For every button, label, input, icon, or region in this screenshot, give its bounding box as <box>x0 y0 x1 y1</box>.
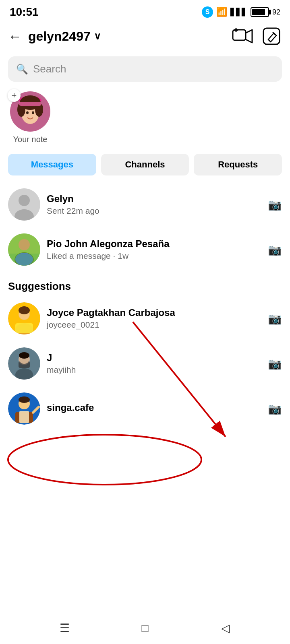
message-name-j: J <box>47 352 261 363</box>
tab-requests[interactable]: Requests <box>194 154 282 175</box>
message-item-gelyn[interactable]: Gelyn Sent 22m ago 📷 <box>0 182 290 227</box>
home-icon: □ <box>142 622 149 635</box>
header-left: ← gelyn2497 ∨ <box>8 29 101 44</box>
suggestion-item-j[interactable]: J mayiihh 📷 <box>0 341 290 386</box>
message-info-j: J mayiihh <box>47 352 261 375</box>
nav-menu-button[interactable]: ☰ <box>52 616 77 640</box>
username-label: gelyn2497 <box>28 29 91 44</box>
suggestion-item-singa[interactable]: singa.cafe 📷 <box>0 386 290 431</box>
menu-icon: ☰ <box>60 621 70 635</box>
svg-rect-29 <box>15 323 33 333</box>
status-time: 10:51 <box>10 6 39 19</box>
battery-fill <box>252 9 265 15</box>
message-info-singa: singa.cafe <box>47 402 261 415</box>
message-name-singa: singa.cafe <box>47 402 261 413</box>
message-item-pio[interactable]: Pio John Alegonza Pesaña Liked a message… <box>0 227 290 272</box>
status-icons: S 📶 ▋▋▋ 92 <box>202 6 280 18</box>
edit-button[interactable] <box>261 26 282 47</box>
add-note-button[interactable]: + <box>8 89 21 102</box>
svg-point-42 <box>19 396 30 403</box>
svg-point-12 <box>26 111 29 114</box>
header-actions <box>232 26 282 47</box>
header: ← gelyn2497 ∨ <box>0 23 290 53</box>
camera-icon-pio[interactable]: 📷 <box>268 243 282 256</box>
chevron-down-icon[interactable]: ∨ <box>94 31 101 42</box>
back-nav-icon: ◁ <box>221 621 230 635</box>
message-preview-pio: Liked a message · 1w <box>47 251 261 261</box>
avatar-joyce <box>8 302 40 334</box>
search-container: 🔍 Search <box>0 53 290 88</box>
message-preview-gelyn: Sent 22m ago <box>47 206 261 216</box>
message-username-j: mayiihh <box>47 365 261 375</box>
avatar-gelyn <box>8 188 40 221</box>
messages-list: Gelyn Sent 22m ago 📷 Pio John Alegonza P… <box>0 182 290 272</box>
your-note-label: Your note <box>13 135 48 144</box>
message-info-joyce: Joyce Pagtakhan Carbajosa joyceee_0021 <box>47 307 261 330</box>
status-bar: 10:51 S 📶 ▋▋▋ 92 <box>0 0 290 23</box>
skype-icon: S <box>202 6 213 18</box>
svg-rect-24 <box>8 254 40 266</box>
svg-point-13 <box>32 111 34 114</box>
camera-icon-j[interactable]: 📷 <box>268 357 282 370</box>
battery-icon <box>251 7 269 17</box>
svg-point-37 <box>19 352 29 359</box>
tabs-container: Messages Channels Requests <box>0 151 290 182</box>
message-name-gelyn: Gelyn <box>47 193 261 204</box>
tab-messages[interactable]: Messages <box>8 154 96 175</box>
svg-point-22 <box>19 239 30 250</box>
avatar-j <box>8 347 40 380</box>
back-button[interactable]: ← <box>8 29 22 44</box>
your-note-item[interactable]: + Your note <box>8 91 52 144</box>
suggestions-section: Suggestions Joyce Pagtakhan Carbajosa jo… <box>0 272 290 431</box>
message-info-gelyn: Gelyn Sent 22m ago <box>47 193 261 216</box>
wifi-icon: 📶 <box>216 7 227 17</box>
battery-text: 92 <box>272 8 280 17</box>
notes-section: + Your note <box>0 88 290 151</box>
search-placeholder: Search <box>33 63 66 75</box>
svg-point-16 <box>19 195 30 206</box>
message-username-joyce: joyceee_0021 <box>47 320 261 330</box>
new-video-button[interactable] <box>232 26 253 47</box>
nav-back-button[interactable]: ◁ <box>213 616 238 640</box>
camera-icon-joyce[interactable]: 📷 <box>268 312 282 325</box>
svg-rect-41 <box>19 411 29 423</box>
message-name-joyce: Joyce Pagtakhan Carbajosa <box>47 307 261 318</box>
header-title: gelyn2497 ∨ <box>28 29 101 44</box>
nav-home-button[interactable]: □ <box>133 616 157 640</box>
nav-bar: ☰ □ ◁ <box>0 612 290 644</box>
search-bar[interactable]: 🔍 Search <box>8 56 282 82</box>
svg-point-31 <box>19 306 30 314</box>
tab-channels[interactable]: Channels <box>101 154 189 175</box>
avatar-pio <box>8 233 40 266</box>
svg-line-4 <box>268 39 271 42</box>
message-name-pio: Pio John Alegonza Pesaña <box>47 238 261 250</box>
suggestion-item-joyce[interactable]: Joyce Pagtakhan Carbajosa joyceee_0021 📷 <box>0 296 290 341</box>
signal-icon: ▋▋▋ <box>230 8 247 17</box>
avatar-singa <box>8 392 40 425</box>
suggestions-header: Suggestions <box>0 272 290 296</box>
search-icon: 🔍 <box>16 64 28 75</box>
camera-icon-singa[interactable]: 📷 <box>268 402 282 415</box>
svg-rect-0 <box>233 30 246 40</box>
camera-icon-gelyn[interactable]: 📷 <box>268 198 282 211</box>
message-info-pio: Pio John Alegonza Pesaña Liked a message… <box>47 238 261 261</box>
svg-rect-14 <box>19 102 41 106</box>
note-avatar-wrap: + <box>10 91 50 132</box>
